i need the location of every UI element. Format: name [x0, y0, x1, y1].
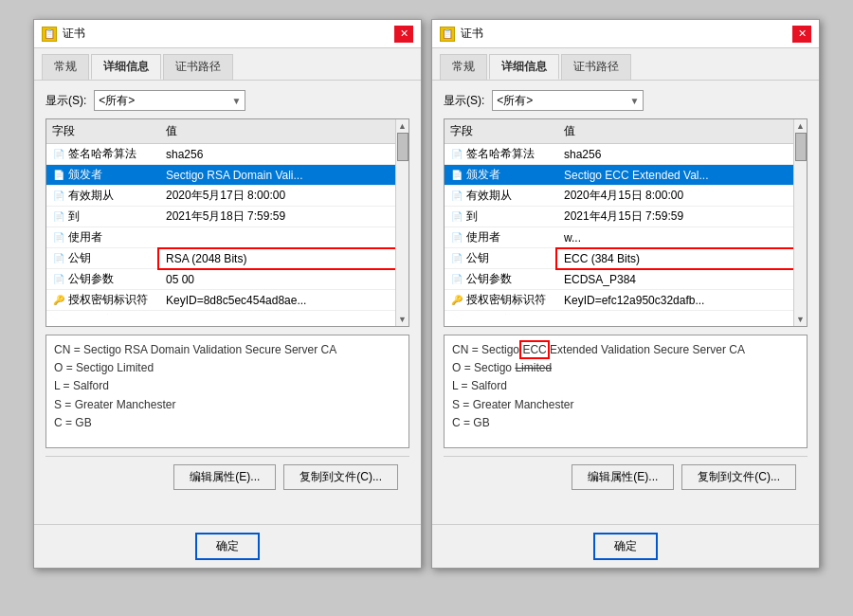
row-icon: 📄: [450, 210, 463, 224]
cert-icon-2: 📋: [440, 27, 455, 42]
close-button-2[interactable]: ✕: [792, 26, 811, 43]
tab-2-details[interactable]: 详细信息: [489, 54, 559, 80]
table-row[interactable]: 📄颁发者 Sectigo ECC Extended Val...: [445, 165, 793, 186]
table-row[interactable]: 📄签名哈希算法 sha256: [445, 144, 793, 165]
th-value-2: 值: [558, 121, 793, 141]
table-row[interactable]: 📄使用者 w...: [445, 227, 793, 248]
table-row[interactable]: 📄使用者: [46, 227, 395, 248]
dialog-1-footer: 编辑属性(E)... 复制到文件(C)...: [45, 456, 409, 498]
dialog-2-title: 证书: [461, 26, 483, 42]
tab-bar-2: 常规 详细信息 证书路径: [432, 48, 819, 81]
dialog-2: 📋 证书 ✕ 常规 详细信息 证书路径 显示(S): <所有> ▼ 字段: [431, 19, 820, 569]
table-row[interactable]: 📄到 2021年4月15日 7:59:59: [445, 207, 793, 227]
table-row[interactable]: 📄公钥参数 05 00: [46, 269, 395, 290]
edit-props-button-2[interactable]: 编辑属性(E)...: [572, 464, 674, 490]
row-icon: 📄: [450, 148, 463, 161]
table-row[interactable]: 📄公钥 RSA (2048 Bits): [46, 248, 395, 269]
table-row[interactable]: 📄签名哈希算法 sha256: [46, 144, 395, 165]
table-2: 字段 值 📄签名哈希算法 sha256 📄颁发者 Sectigo ECC Ext…: [444, 118, 808, 327]
info-line: C = GB: [54, 414, 401, 432]
table-1-body: 📄签名哈希算法 sha256 📄颁发者 Sectigo RSA Domain V…: [46, 144, 395, 315]
info-line: C = GB: [452, 414, 799, 432]
info-line: CN = Sectigo ECC Extended Validation Sec…: [452, 341, 799, 359]
scroll-up-icon-2[interactable]: ▲: [796, 121, 805, 131]
tab-2-general[interactable]: 常规: [440, 54, 487, 80]
table-1: 字段 值 📄签名哈希算法 sha256 📄颁发者 Sectigo RSA Dom…: [45, 118, 409, 327]
info-box-1: CN = Sectigo RSA Domain Validation Secur…: [45, 335, 409, 448]
info-line: CN = Sectigo RSA Domain Validation Secur…: [54, 341, 401, 359]
select-arrow-1: ▼: [231, 96, 241, 106]
display-row-1: 显示(S): <所有> ▼: [45, 90, 409, 111]
display-select-2[interactable]: <所有> ▼: [492, 90, 644, 111]
cert-icon-1: 📋: [42, 27, 57, 42]
row-icon: 📄: [52, 252, 65, 265]
tab-1-details[interactable]: 详细信息: [91, 54, 161, 80]
scroll-down-icon[interactable]: ▼: [398, 315, 407, 324]
select-arrow-2: ▼: [629, 96, 639, 106]
th-field-1: 字段: [46, 121, 160, 141]
display-label-2: 显示(S):: [444, 93, 484, 109]
desktop: 📋 证书 ✕ 常规 详细信息 证书路径 显示(S): <所有> ▼ 字段: [0, 0, 853, 616]
table-row[interactable]: 📄到 2021年5月18日 7:59:59: [46, 207, 395, 227]
copy-file-button-2[interactable]: 复制到文件(C)...: [681, 464, 796, 490]
close-button-1[interactable]: ✕: [394, 26, 413, 43]
info-line: L = Salford: [452, 377, 799, 395]
row-icon: 📄: [450, 315, 463, 316]
dialog-1-body: 显示(S): <所有> ▼ 字段 值 📄签名哈希算法 sha256: [34, 81, 421, 524]
display-row-2: 显示(S): <所有> ▼: [444, 90, 808, 111]
scroll-thumb-1[interactable]: [397, 133, 408, 161]
tab-2-certpath[interactable]: 证书路径: [561, 54, 631, 80]
table-row[interactable]: 📄颁发者 Sectigo RSA Domain Vali...: [46, 165, 395, 186]
dialog-1: 📋 证书 ✕ 常规 详细信息 证书路径 显示(S): <所有> ▼ 字段: [33, 19, 422, 569]
scroll-thumb-2[interactable]: [795, 133, 807, 161]
ok-button-2[interactable]: 确定: [593, 533, 658, 560]
table-row[interactable]: 🔑授权密钥标识符 KeyID=efc12a950c32dafb...: [445, 290, 793, 311]
info-line: S = Greater Manchester: [54, 396, 401, 414]
row-icon: 🔑: [52, 294, 65, 307]
display-select-1[interactable]: <所有> ▼: [94, 90, 245, 111]
table-row[interactable]: 📄使用者密钥标识符 33d7b50b4b1c30446459...: [445, 311, 793, 315]
table-row[interactable]: 📄有效期从 2020年5月17日 8:00:00: [46, 186, 395, 207]
edit-props-button-1[interactable]: 编辑属性(E)...: [173, 464, 276, 490]
title-bar-1: 📋 证书 ✕: [34, 20, 421, 48]
row-icon: 📄: [450, 169, 463, 182]
ok-button-1[interactable]: 确定: [195, 533, 260, 560]
dialog-1-title: 证书: [63, 26, 85, 42]
tab-1-certpath[interactable]: 证书路径: [163, 54, 233, 80]
row-icon: 📄: [52, 169, 65, 182]
row-icon: 📄: [450, 273, 463, 286]
table-row[interactable]: 📄公钥 ECC (384 Bits): [445, 248, 793, 269]
row-icon: 📄: [450, 231, 463, 245]
row-icon: 🔑: [450, 294, 463, 307]
row-icon: 📄: [52, 273, 65, 286]
th-value-1: 值: [160, 121, 395, 141]
display-label-1: 显示(S):: [45, 93, 86, 109]
table-row[interactable]: 📄使用者密钥标识符 b4a9b1a0d9h400f30a0...: [46, 311, 395, 315]
scrollbar-1[interactable]: ▲ ▼: [395, 119, 408, 326]
title-bar-2: 📋 证书 ✕: [432, 20, 819, 48]
row-icon: 📄: [450, 252, 463, 265]
dialog-2-body: 显示(S): <所有> ▼ 字段 值 📄签名哈希算法 sha256: [432, 81, 819, 524]
table-2-header: 字段 值: [445, 119, 793, 144]
ok-row-2: 确定: [432, 524, 819, 568]
info-line: O = Sectigo Limited: [452, 359, 799, 377]
info-line: S = Greater Manchester: [452, 396, 799, 414]
ecc-label: ECC: [522, 343, 546, 356]
row-icon: 📄: [52, 231, 65, 245]
dialog-2-footer: 编辑属性(E)... 复制到文件(C)...: [444, 456, 808, 498]
tab-1-general[interactable]: 常规: [42, 54, 89, 80]
table-row[interactable]: 🔑授权密钥标识符 KeyID=8d8c5ec454ad8ae...: [46, 290, 395, 311]
scroll-up-icon[interactable]: ▲: [398, 121, 407, 131]
scrollbar-2[interactable]: ▲ ▼: [793, 119, 807, 326]
table-row[interactable]: 📄有效期从 2020年4月15日 8:00:00: [445, 186, 793, 207]
row-icon: 📄: [450, 190, 463, 203]
table-row[interactable]: 📄公钥参数 ECDSA_P384: [445, 269, 793, 290]
row-icon: 📄: [52, 190, 65, 203]
info-line: L = Salford: [54, 377, 401, 395]
scroll-down-icon-2[interactable]: ▼: [796, 315, 805, 324]
info-line: O = Sectigo Limited: [54, 359, 401, 377]
table-2-body: 📄签名哈希算法 sha256 📄颁发者 Sectigo ECC Extended…: [445, 144, 793, 315]
th-field-2: 字段: [445, 121, 558, 141]
copy-file-button-1[interactable]: 复制到文件(C)...: [283, 464, 398, 490]
tab-bar-1: 常规 详细信息 证书路径: [34, 48, 421, 81]
